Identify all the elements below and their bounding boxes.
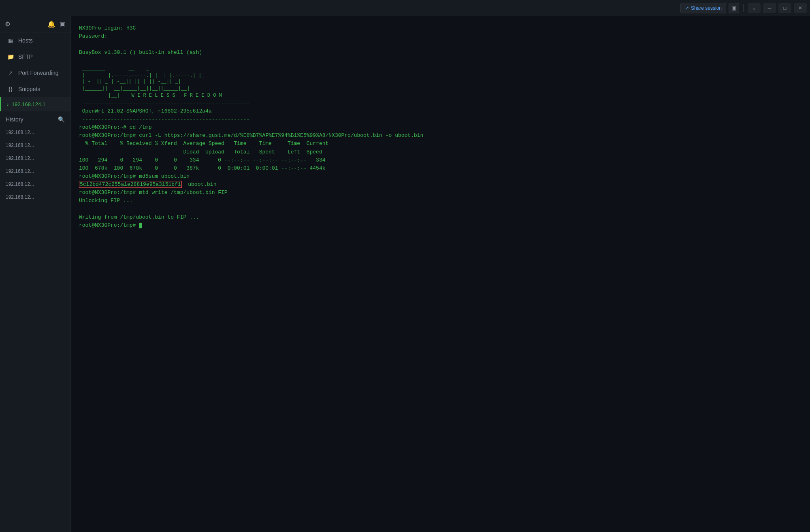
bell-icon[interactable]: 🔔 [47, 20, 55, 28]
terminal-art-1: | |.-----.-----.| | | |.-----.| |_ [79, 72, 802, 79]
history-item-1[interactable]: 192.168.12... [0, 139, 70, 152]
hosts-icon: ▦ [7, 37, 14, 44]
terminal-cmd-1: root@NX30Pro:/tmp# curl -L https://share… [79, 132, 802, 140]
terminal-line-1: Password: [79, 32, 802, 40]
split-view-button[interactable]: ▣ [729, 3, 739, 13]
port-forwarding-label: Port Forwarding [18, 70, 59, 76]
maximize-button[interactable]: □ [778, 3, 791, 13]
terminal-progress-header: % Total % Received % Xferd Average Speed… [79, 140, 802, 148]
titlebar: ↗ Share session ▣ ⌄ ─ □ ✕ [0, 0, 810, 16]
terminal-prompt-final: root@NX30Pro:/tmp# [79, 221, 802, 230]
terminal-progress-1: 100 294 0 294 0 0 334 0 --:--:-- --:--:-… [79, 156, 802, 164]
terminal-md5-line: 5cl2bd472c255ale28819e95a3151bf1 uboot.b… [79, 181, 802, 189]
terminal-line-blank-0 [79, 40, 802, 49]
sftp-icon: 📁 [7, 53, 14, 60]
terminal-progress-sub: Dload Upload Total Spent Left Speed [79, 148, 802, 156]
history-label: History [6, 116, 23, 123]
port-forwarding-icon: ↗ [7, 70, 14, 76]
terminal-art-4: |__| W I R E L E S S F R E E D O M [79, 92, 802, 99]
history-item-4[interactable]: 192.168.12... [0, 178, 70, 191]
history-item-0[interactable]: 192.168.12... [0, 126, 70, 139]
terminal-line-2: BusyBox v1.30.1 () built-in shell (ash) [79, 49, 802, 57]
terminal-art-div1: ----------------------------------------… [79, 99, 802, 107]
terminal-art-div2: ----------------------------------------… [79, 115, 802, 123]
terminal-unlocking: Unlocking FIP ... [79, 197, 802, 205]
share-icon: ↗ [685, 5, 689, 11]
connected-host-label: 192.168.124.1 [12, 101, 45, 107]
terminal-icon[interactable]: ▣ [60, 20, 66, 28]
md5-highlight: 5cl2bd472c255ale28819e95a3151bf1 [79, 181, 182, 188]
sidebar-top: ⚙ 🔔 ▣ [0, 16, 70, 32]
share-session-button[interactable]: ↗ Share session [680, 3, 726, 13]
history-header: History 🔍 [0, 111, 70, 126]
terminal-area[interactable]: NX30Pro login: H3C Password: BusyBox v1.… [71, 16, 810, 532]
history-section: History 🔍 192.168.12... 192.168.12... 19… [0, 111, 70, 532]
history-item-5[interactable]: 192.168.12... [0, 191, 70, 204]
share-session-label: Share session [691, 5, 722, 11]
sidebar: ⚙ 🔔 ▣ ▦ Hosts 📁 SFTP ↗ Port Forwarding {… [0, 16, 71, 532]
snippets-icon: {} [7, 86, 14, 92]
terminal-writing: Writing from /tmp/uboot.bin to FIP ... [79, 213, 802, 221]
settings-icon[interactable]: ⚙ [5, 20, 11, 28]
terminal-art-2: | - || _ | -__|| || | || -__|| _| [79, 79, 802, 85]
close-button[interactable]: ✕ [794, 3, 807, 13]
main-layout: ⚙ 🔔 ▣ ▦ Hosts 📁 SFTP ↗ Port Forwarding {… [0, 16, 810, 532]
connected-host-item[interactable]: › 192.168.124.1 [0, 97, 70, 111]
terminal-progress-2: 100 678k 100 678k 0 0 387k 0 0:00:01 0:0… [79, 164, 802, 172]
hosts-label: Hosts [18, 37, 33, 44]
sidebar-item-port-forwarding[interactable]: ↗ Port Forwarding [0, 65, 70, 81]
sidebar-item-hosts[interactable]: ▦ Hosts [0, 32, 70, 49]
terminal-line-3: OpenWrt 21.02-SNAPSHOT, r16802-295c6l2a4… [79, 107, 802, 115]
terminal-art-0: ________ __ _ [79, 65, 802, 72]
divider [743, 4, 744, 12]
terminal-blank-2 [79, 205, 802, 213]
sftp-label: SFTP [18, 53, 33, 60]
snippets-label: Snippets [18, 86, 40, 92]
terminal-cmd-2: root@NX30Pro:/tmp# md5sum uboot.bin [79, 172, 802, 181]
history-search-icon[interactable]: 🔍 [58, 116, 65, 123]
sidebar-item-sftp[interactable]: 📁 SFTP [0, 49, 70, 65]
terminal-cmd-0: root@NX30Pro:~# cd /tmp [79, 123, 802, 132]
terminal-prompt-icon: › [7, 102, 9, 107]
terminal-cmd-3: root@NX30Pro:/tmp# mtd write /tmp/uboot.… [79, 189, 802, 197]
titlebar-controls: ↗ Share session ▣ ⌄ ─ □ ✕ [680, 3, 807, 13]
history-item-3[interactable]: 192.168.12... [0, 165, 70, 178]
terminal-line-blank-1 [79, 57, 802, 65]
terminal-line-0: NX30Pro login: H3C [79, 24, 802, 32]
minimize-button[interactable]: ─ [763, 3, 776, 13]
history-item-2[interactable]: 192.168.12... [0, 152, 70, 165]
terminal-cursor [139, 223, 142, 228]
sidebar-right-icons: 🔔 ▣ [47, 20, 66, 28]
terminal-art-3: |______|| __|_____|__||__||_____|__| [79, 85, 802, 92]
chevron-down-button[interactable]: ⌄ [748, 3, 761, 13]
sidebar-item-snippets[interactable]: {} Snippets [0, 81, 70, 97]
